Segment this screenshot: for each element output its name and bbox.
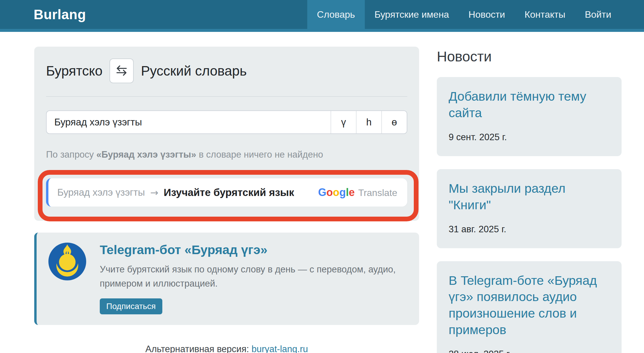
nav-item-login[interactable]: Войти	[575, 0, 621, 29]
swap-arrows-icon	[115, 64, 128, 78]
top-navigation-bar: Burlang Словарь Бурятские имена Новости …	[0, 0, 644, 32]
not-found-suffix: в словаре ничего не найдено	[199, 149, 323, 160]
not-found-message: По запросу «Буряад хэлэ үзэгты» в словар…	[46, 149, 407, 160]
google-letter: e	[349, 186, 355, 198]
dictionary-title-left: Бурятско	[46, 63, 102, 79]
nav-item-contacts[interactable]: Контакты	[515, 0, 575, 29]
title-divider	[46, 96, 407, 97]
alternative-version-label: Альтернативная версия:	[146, 344, 249, 353]
google-letter: l	[346, 186, 349, 198]
translate-arrow-icon: →	[150, 187, 158, 198]
google-translate-wrap: Буряад хэлэ үзэгты → Изучайте бурятский …	[46, 178, 407, 207]
news-date: 9 сент. 2025 г.	[449, 132, 610, 143]
telegram-bot-description: Учите бурятский язык по одному слову в д…	[100, 262, 401, 291]
buryatia-flag-soyombo-icon	[48, 243, 86, 280]
translate-source-text: Буряад хэлэ үзэгты	[57, 187, 145, 198]
news-title-link[interactable]: В Telegram-боте «Буряад үгэ» появилось а…	[449, 272, 610, 339]
news-card: Мы закрыли раздел "Книги" 31 авг. 2025 г…	[437, 169, 622, 248]
search-group: ү h ө	[46, 110, 407, 134]
google-translate-suggestion[interactable]: Буряад хэлэ үзэгты → Изучайте бурятский …	[46, 178, 407, 207]
translate-result-text: Изучайте бурятский язык	[164, 187, 294, 198]
news-title-link[interactable]: Добавили тёмную тему сайта	[449, 88, 610, 121]
google-letter: g	[339, 186, 346, 198]
news-sidebar: Новости Добавили тёмную тему сайта 9 сен…	[437, 47, 622, 353]
page-content: Бурятско Русский словарь ү	[0, 32, 644, 353]
not-found-query: «Буряад хэлэ үзэгты»	[96, 149, 196, 160]
news-date: 31 авг. 2025 г.	[449, 224, 610, 235]
swap-languages-button[interactable]	[109, 58, 134, 83]
brand-logo[interactable]: Burlang	[34, 6, 86, 22]
news-title-link[interactable]: Мы закрыли раздел "Книги"	[449, 180, 610, 213]
alternative-version-line: Альтернативная версия: buryat-lang.ru	[34, 344, 419, 353]
nav-item-buryat-names[interactable]: Бурятские имена	[365, 0, 459, 29]
news-date: 28 июл. 2025 г.	[449, 349, 610, 353]
main-column: Бурятско Русский словарь ү	[34, 47, 419, 353]
not-found-prefix: По запросу	[46, 149, 94, 160]
google-letter: o	[333, 186, 339, 198]
news-heading: Новости	[437, 48, 622, 65]
nav-item-dictionary[interactable]: Словарь	[307, 0, 365, 29]
dictionary-title: Бурятско Русский словарь	[46, 58, 407, 83]
google-logo: Google	[318, 186, 355, 199]
search-input[interactable]	[47, 111, 331, 133]
google-translate-brand: Google Translate	[318, 186, 397, 199]
special-char-button-u[interactable]: ү	[331, 111, 356, 133]
telegram-bot-card: Telegram-бот «Буряад үгэ» Учите бурятски…	[34, 233, 419, 325]
news-card: Добавили тёмную тему сайта 9 сент. 2025 …	[437, 77, 622, 156]
telegram-bot-title-link[interactable]: Telegram-бот «Буряад үгэ»	[100, 243, 267, 257]
special-char-button-o[interactable]: ө	[381, 111, 407, 133]
special-char-button-h[interactable]: h	[356, 111, 381, 133]
telegram-bot-content: Telegram-бот «Буряад үгэ» Учите бурятски…	[100, 243, 401, 314]
dictionary-title-right: Русский словарь	[141, 63, 246, 79]
main-nav: Словарь Бурятские имена Новости Контакты…	[307, 0, 621, 29]
google-letter: G	[318, 186, 326, 198]
alternative-version-link[interactable]: buryat-lang.ru	[251, 344, 308, 353]
dictionary-card: Бурятско Русский словарь ү	[34, 47, 419, 221]
google-letter: o	[326, 186, 333, 198]
news-card: В Telegram-боте «Буряад үгэ» появилось а…	[437, 261, 622, 353]
translate-label: Translate	[358, 187, 397, 198]
google-translate-text: Буряад хэлэ үзэгты → Изучайте бурятский …	[57, 187, 294, 198]
subscribe-button[interactable]: Подписаться	[100, 298, 162, 314]
nav-item-news[interactable]: Новости	[459, 0, 515, 29]
